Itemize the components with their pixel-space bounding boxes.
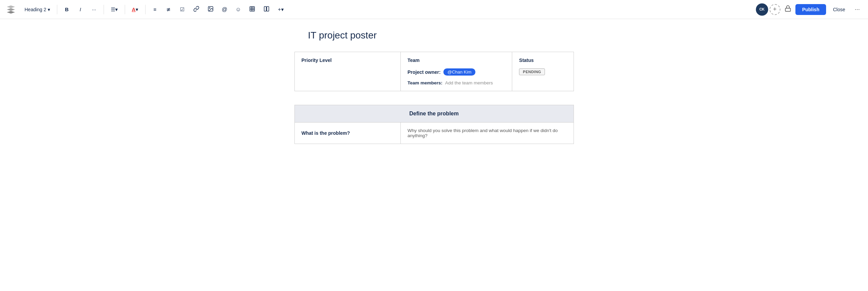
bold-button[interactable]: B: [61, 4, 72, 15]
insert-chevron-icon: ▾: [281, 6, 284, 13]
main-content: IT project poster Priority Level Team Pr…: [281, 19, 588, 155]
info-table: Priority Level Team Project owner: @Chan…: [294, 52, 574, 91]
toolbar: Heading 2 ▾ B I ··· ☰ ▾ A ▾ ≡ ≢ ☑: [0, 0, 868, 19]
numbered-list-button[interactable]: ≢: [163, 4, 174, 15]
heading-chevron-icon: ▾: [48, 7, 50, 12]
what-is-problem-label: What is the problem?: [302, 130, 350, 136]
bullet-list-button[interactable]: ≡: [150, 4, 161, 15]
team-members-placeholder[interactable]: Add the team members: [445, 80, 493, 85]
more-formatting-icon: ···: [92, 6, 96, 12]
more-options-icon: ···: [855, 6, 860, 13]
layout-icon: [263, 6, 270, 13]
svg-point-1: [209, 7, 210, 8]
divider-2: [104, 5, 104, 14]
publish-button[interactable]: Publish: [795, 4, 826, 15]
problem-placeholder[interactable]: Why should you solve this problem and wh…: [408, 128, 558, 138]
link-icon: [193, 6, 199, 13]
status-cell: Status PENDING: [512, 52, 574, 91]
numbered-list-icon: ≢: [166, 6, 171, 13]
table-button[interactable]: [246, 4, 258, 15]
task-list-button[interactable]: ☑: [177, 4, 188, 15]
team-members-row: Team members: Add the team members: [408, 80, 505, 85]
mention-button[interactable]: @: [219, 4, 230, 15]
problem-table-header-row: Define the problem: [294, 105, 574, 123]
problem-label-cell: What is the problem?: [294, 123, 400, 144]
team-cell: Team Project owner: @Chan Kim Team membe…: [400, 52, 512, 91]
divider-3: [125, 5, 125, 14]
lock-button[interactable]: [783, 4, 793, 15]
table-row: Priority Level Team Project owner: @Chan…: [294, 52, 574, 91]
problem-table-data-row: What is the problem? Why should you solv…: [294, 123, 574, 144]
heading-selector[interactable]: Heading 2 ▾: [22, 5, 53, 14]
svg-rect-8: [267, 6, 269, 11]
layout-button[interactable]: [261, 4, 272, 15]
status-badge: PENDING: [519, 68, 545, 75]
insert-plus-icon: +: [278, 6, 281, 13]
image-button[interactable]: [205, 4, 216, 15]
more-formatting-button[interactable]: ···: [89, 4, 100, 15]
close-button[interactable]: Close: [829, 4, 849, 15]
text-color-chevron-icon: ▾: [136, 6, 138, 13]
text-color-button[interactable]: A ▾: [129, 4, 141, 15]
insert-button[interactable]: + ▾: [275, 4, 286, 15]
heading-selector-label: Heading 2: [25, 7, 46, 12]
app-logo[interactable]: [5, 4, 16, 15]
priority-level-header: Priority Level: [302, 58, 332, 63]
avatar-group: CK +: [756, 3, 780, 16]
problem-table: Define the problem What is the problem? …: [294, 105, 574, 144]
divider-1: [57, 5, 57, 14]
image-icon: [208, 6, 214, 13]
task-list-icon: ☑: [180, 6, 184, 13]
project-owner-mention[interactable]: @Chan Kim: [443, 68, 475, 76]
problem-input-cell[interactable]: Why should you solve this problem and wh…: [400, 123, 574, 144]
team-members-label: Team members:: [408, 80, 443, 85]
align-chevron-icon: ▾: [115, 6, 118, 13]
team-header: Team: [408, 58, 505, 63]
page-title: IT project poster: [308, 30, 574, 41]
table-icon: [249, 6, 255, 13]
problem-table-header-cell: Define the problem: [294, 105, 574, 123]
mention-icon: @: [222, 6, 227, 13]
avatar[interactable]: CK: [756, 3, 768, 16]
text-color-icon: A: [132, 6, 136, 12]
italic-button[interactable]: I: [75, 4, 86, 15]
avatar-initials: CK: [759, 7, 764, 11]
close-label: Close: [833, 7, 845, 12]
priority-level-cell: Priority Level: [294, 52, 400, 91]
problem-table-header-text: Define the problem: [409, 111, 459, 116]
toolbar-right: CK + Publish Close ···: [756, 3, 863, 16]
divider-4: [145, 5, 146, 14]
lock-icon: [785, 6, 791, 13]
publish-label: Publish: [802, 7, 820, 12]
more-options-button[interactable]: ···: [852, 4, 863, 14]
link-button[interactable]: [191, 4, 202, 15]
bullet-list-icon: ≡: [153, 6, 156, 12]
align-button[interactable]: ☰ ▾: [108, 4, 121, 15]
emoji-icon: ☺: [235, 6, 241, 13]
svg-rect-9: [785, 8, 790, 11]
align-icon: ☰: [111, 6, 115, 13]
add-collaborator-button[interactable]: +: [770, 4, 780, 15]
status-header: Status: [519, 58, 566, 63]
svg-rect-2: [250, 6, 255, 11]
project-owner-label: Project owner:: [408, 69, 441, 75]
svg-rect-7: [264, 6, 267, 11]
project-owner-row: Project owner: @Chan Kim: [408, 68, 505, 76]
emoji-button[interactable]: ☺: [233, 4, 244, 15]
add-collaborator-icon: +: [773, 6, 777, 13]
